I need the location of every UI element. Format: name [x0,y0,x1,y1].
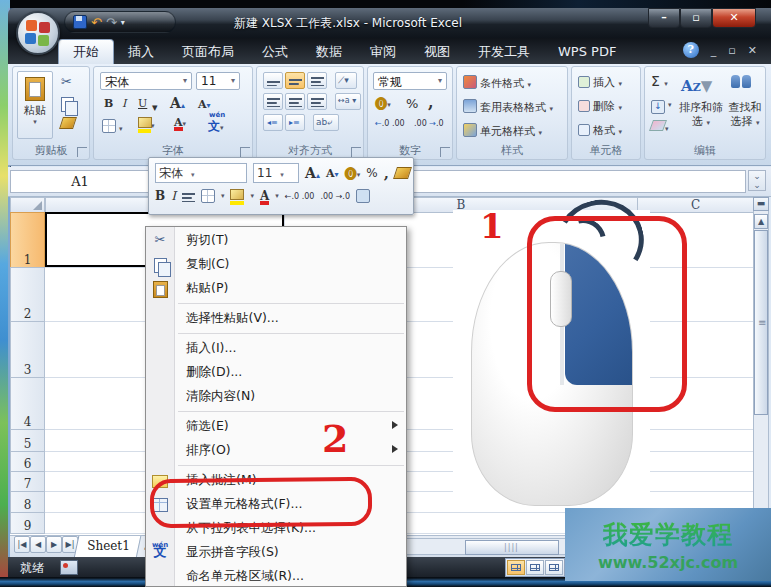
grow-font-button[interactable]: A▴ [170,95,185,111]
clear-button[interactable]: ▾ [651,120,669,134]
mini-bold-button[interactable]: B [155,189,165,203]
row-header-8[interactable]: 8 [10,491,45,513]
row-header-4[interactable]: 4 [10,377,45,430]
align-left-button[interactable] [263,93,283,110]
tab-formulas[interactable]: 公式 [248,40,302,64]
accounting-format-button[interactable]: 🄌▾ [375,96,391,110]
name-box[interactable]: A1 [10,170,150,193]
page-layout-view-button[interactable] [526,560,544,575]
wrap-text-button[interactable]: ab⤶ [313,114,339,131]
row-header-6[interactable]: 6 [10,451,45,472]
mini-grow-font-button[interactable]: A▴ [305,165,320,181]
underline-button[interactable]: U [138,97,147,110]
comma-style-button[interactable]: , [428,93,434,112]
font-name-select[interactable]: 宋体▾ [100,72,192,90]
format-as-table-button[interactable]: 套用表格格式 ▾ [463,99,553,115]
scroll-up-icon[interactable]: ▲ [754,214,768,229]
row-header-5[interactable]: 5 [10,429,45,452]
workbook-minimize-button[interactable]: _ [711,44,717,57]
align-right-button[interactable] [307,93,327,110]
split-handle[interactable]: ▬ [753,197,769,211]
expand-formula-bar-icon[interactable]: ⌄⌄ [748,170,766,191]
tab-review[interactable]: 审阅 [356,40,410,64]
normal-view-button[interactable] [507,560,525,575]
workbook-restore-button[interactable]: ▫ [728,44,735,57]
menu-item-sort[interactable]: 排序(O) [146,438,406,462]
select-all-corner[interactable] [10,197,45,213]
mini-decrease-decimal-button[interactable]: .00 →.0 [320,192,350,201]
mini-shrink-font-button[interactable]: A▾ [326,167,339,180]
redo-icon[interactable]: ↷ [106,16,117,29]
conditional-formatting-button[interactable]: 条件格式 ▾ [463,75,531,91]
bottom-align-button[interactable] [307,72,327,89]
qat-dropdown-icon[interactable]: ▾ [121,18,125,27]
align-center-button[interactable] [285,93,305,110]
help-icon[interactable]: ? [683,42,699,58]
mini-italic-button[interactable]: I [171,189,176,203]
horizontal-scrollbar[interactable]: ◀ [392,538,574,555]
menu-item-filter[interactable]: 筛选(E) [146,414,406,438]
format-painter-icon[interactable] [61,117,75,132]
sort-filter-button[interactable]: 排序和筛选 ▾ [679,101,723,130]
vertical-scroll-thumb[interactable] [754,230,768,415]
bold-button[interactable]: B [104,97,113,110]
mini-font-color-button[interactable]: A [260,189,269,203]
save-icon[interactable] [73,15,87,29]
tab-view[interactable]: 视图 [410,40,464,64]
tab-developer[interactable]: 开发工具 [464,40,544,64]
format-cells-ribbon-button[interactable]: 格式 ▾ [578,123,622,138]
restore-button[interactable]: ▫ [680,8,712,28]
font-color-button[interactable]: A▾ [174,116,186,129]
find-select-button[interactable]: 查找和选择 ▾ [725,101,765,130]
column-header-c[interactable]: C [637,197,754,213]
font-dialog-launcher[interactable] [240,147,250,157]
vertical-scrollbar[interactable]: ▲ ▼ [753,197,769,535]
menu-item-paste-special[interactable]: 选择性粘贴(V)... [146,306,406,330]
orientation-button[interactable]: ⟋▾ [335,72,357,89]
font-size-select[interactable]: 11▾ [196,72,240,90]
tab-page-layout[interactable]: 页面布局 [168,40,248,64]
merge-center-button[interactable]: ↔a ▾ [335,93,361,110]
fill-button[interactable]: ↓▾ [651,97,672,114]
office-button[interactable] [16,11,60,55]
page-break-view-button[interactable] [545,560,563,575]
menu-item-cut[interactable]: ✂ 剪切(T) [146,228,406,252]
row-header-3[interactable]: 3 [10,321,45,378]
mini-accounting-button[interactable]: 🄌▾ [344,166,360,180]
workbook-close-button[interactable]: ✕ [748,44,757,57]
decrease-decimal-button[interactable]: .00 →.0 [414,119,444,128]
macro-record-icon[interactable] [60,560,78,575]
row-header-9[interactable]: 9 [10,512,45,534]
mini-percent-button[interactable]: % [366,166,377,180]
cut-icon[interactable]: ✂ [61,74,72,89]
close-button[interactable]: ✕ [712,8,756,28]
autosum-button[interactable]: Σ ▾ [651,73,668,89]
alignment-dialog-launcher[interactable] [351,147,361,157]
mini-font-size-select[interactable]: 11▾ [253,163,299,183]
prev-sheet-icon[interactable]: ◀ [30,536,46,553]
menu-item-show-phonetic[interactable]: wén文 显示拼音字段(S) [146,540,406,564]
middle-align-button[interactable] [285,72,305,89]
minimize-button[interactable]: – [648,8,680,28]
menu-item-delete[interactable]: 删除(D)... [146,360,406,384]
sheet-tab-sheet1[interactable]: Sheet1 [74,536,143,558]
undo-icon[interactable]: ↶ [91,16,102,29]
number-dialog-launcher[interactable] [440,147,450,157]
number-format-select[interactable]: 常规▾ [373,72,447,90]
shrink-font-button[interactable]: A▾ [198,98,211,111]
row-header-2[interactable]: 2 [10,267,45,322]
insert-cells-button[interactable]: 插入 ▾ [578,75,622,90]
increase-indent-button[interactable]: ▸≡ [285,114,305,131]
borders-button[interactable]: ▾ [102,119,123,134]
first-sheet-icon[interactable]: |◀ [14,536,30,553]
italic-button[interactable]: I [122,97,126,110]
row-header-7[interactable]: 7 [10,471,45,492]
mini-comma-button[interactable]: , [384,164,389,182]
horizontal-scroll-thumb[interactable] [465,540,559,555]
copy-icon[interactable] [61,95,74,115]
menu-item-clear-contents[interactable]: 清除内容(N) [146,384,406,408]
tab-home[interactable]: 开始 [58,39,114,64]
underline-dropdown-icon[interactable]: ▾ [152,101,158,114]
mini-increase-decimal-button[interactable]: ←.0 .00 [285,192,315,201]
mini-center-align-icon[interactable] [182,193,195,202]
